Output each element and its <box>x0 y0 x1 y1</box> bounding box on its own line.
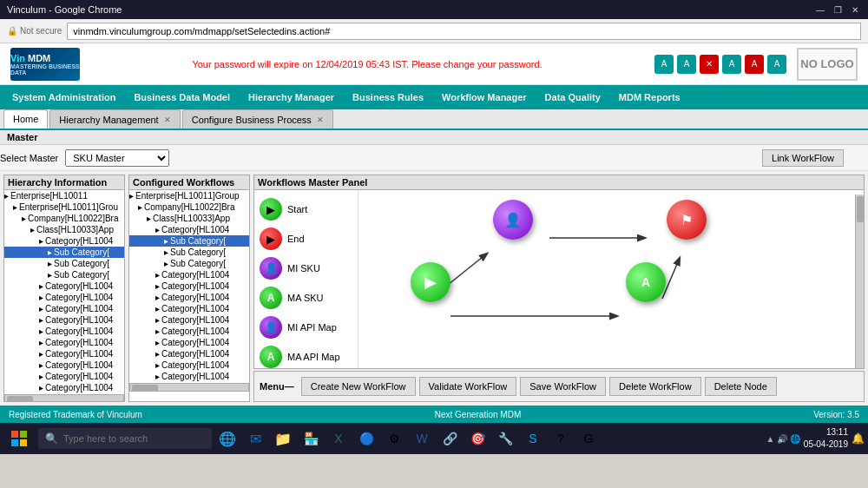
titlebar-controls[interactable]: — ❐ ✕ <box>814 3 861 16</box>
icon-btn-6[interactable]: A <box>767 55 786 74</box>
notification-icon[interactable]: 🔔 <box>852 432 865 445</box>
validate-workflow-btn[interactable]: Validate WorkFlow <box>419 377 517 396</box>
tree-node[interactable]: ▸Sub Category[ <box>129 258 249 269</box>
palette-ma-api[interactable]: A MA API Map <box>254 342 358 368</box>
tree-node[interactable]: ▸Category[HL1004 <box>4 371 124 382</box>
palette-mi-api[interactable]: 👤 MI API Map <box>254 313 358 342</box>
taskbar-chrome-icon[interactable]: 🔵 <box>354 426 378 451</box>
taskbar-excel-icon[interactable]: X <box>326 426 351 451</box>
tree-node[interactable]: ▸Category[HL1004 <box>129 371 249 382</box>
canvas-start-node[interactable]: ▶ <box>411 262 450 302</box>
close-btn[interactable]: ✕ <box>849 3 861 16</box>
canvas-area[interactable]: ▶ 👤 ⚑ A <box>358 175 864 368</box>
tree-node[interactable]: ▸Category[HL1004 <box>129 359 249 371</box>
minimize-btn[interactable]: — <box>814 3 826 16</box>
system-clock[interactable]: 13:11 05-04-2019 <box>804 426 848 451</box>
tree-node[interactable]: ▸Sub Category[ <box>4 258 124 269</box>
icon-btn-1[interactable]: A <box>654 55 674 74</box>
tree-node[interactable]: ▸Category[HL1004 <box>129 314 249 326</box>
tree-node[interactable]: ▸Enterprise[HL10011 <box>4 190 124 201</box>
tree-node[interactable]: ▸Enterprise[HL10011]Group <box>129 190 249 201</box>
taskbar-search-input[interactable] <box>63 433 194 444</box>
icon-btn-5[interactable]: A <box>745 55 764 74</box>
search-icon: 🔍 <box>45 432 58 445</box>
tab-configure-close[interactable]: ✕ <box>317 115 324 124</box>
taskbar-mail-icon[interactable]: ✉ <box>243 426 267 451</box>
taskbar-icon11[interactable]: 🔧 <box>493 426 517 451</box>
windows-start-button[interactable] <box>3 423 35 454</box>
tree-node[interactable]: ▸Class[HL10033]App <box>4 224 124 235</box>
palette-ma-sku-label: MA SKU <box>287 293 324 303</box>
master-select-dropdown[interactable]: SKU Master Product Master Vendor Master <box>65 149 169 167</box>
link-workflow-button[interactable]: Link WorkFlow <box>762 149 844 167</box>
nav-data-quality[interactable]: Data Quality <box>536 89 609 106</box>
tree-node[interactable]: ▸Category[HL1004 <box>129 348 249 359</box>
palette-start-label: Start <box>287 204 307 214</box>
taskbar-store-icon[interactable]: 🏪 <box>299 426 323 451</box>
canvas-user-node[interactable]: 👤 <box>493 200 533 240</box>
tab-home[interactable]: Home <box>3 109 48 129</box>
tab-hierarchy-close[interactable]: ✕ <box>164 115 171 124</box>
palette-ma-sku[interactable]: A MA SKU <box>254 283 358 313</box>
tree-node[interactable]: ▸Category[HL1004 <box>4 303 124 314</box>
tree-node[interactable]: ▸Sub Category[ <box>129 247 249 258</box>
tree-node[interactable]: ▸Category[HL1004 <box>129 337 249 348</box>
icon-btn-4[interactable]: A <box>722 55 741 74</box>
tree-node[interactable]: ▸Category[HL1004 <box>4 314 124 326</box>
canvas-approve-node[interactable]: A <box>626 262 666 302</box>
taskbar-icon14[interactable]: G <box>576 426 601 451</box>
tree-node[interactable]: ▸Category[HL1004 <box>4 235 124 247</box>
tree-node[interactable]: ▸Category[HL1004 <box>129 292 249 303</box>
nav-workflow[interactable]: Workflow Manager <box>433 89 536 106</box>
create-new-workflow-btn[interactable]: Create New WorkFlow <box>301 377 416 396</box>
icon-btn-2[interactable]: A <box>677 55 696 74</box>
tree-node[interactable]: ▸Enterprise[HL10011]Grou <box>4 201 124 213</box>
tree-node[interactable]: ▸Sub Category[ <box>129 235 249 247</box>
tree-node[interactable]: ▸Category[HL1004 <box>129 303 249 314</box>
taskbar-search[interactable]: 🔍 <box>38 428 212 449</box>
taskbar-icon9[interactable]: 🔗 <box>437 426 462 451</box>
tree-node[interactable]: ▸Category[HL1004 <box>4 292 124 303</box>
tab-configure-business-process[interactable]: Configure Business Process ✕ <box>182 109 333 129</box>
icon-btn-3[interactable]: ✕ <box>700 55 719 74</box>
tree-node[interactable]: ▸Company[HL10022]Bra <box>129 201 249 213</box>
tree-node[interactable]: ▸Company[HL10022]Bra <box>4 213 124 224</box>
tab-hierarchy-management[interactable]: Hierarchy Management ✕ <box>49 109 180 129</box>
palette-start[interactable]: ▶ Start <box>254 195 358 224</box>
delete-workflow-btn[interactable]: Delete WorkFlow <box>609 377 701 396</box>
tree-node[interactable]: ▸Category[HL1004 <box>129 269 249 280</box>
tree-node[interactable]: ▸Category[HL1004 <box>4 337 124 348</box>
tree-expand-icon: ▸ <box>155 360 160 370</box>
taskbar-edge-icon[interactable]: 🌐 <box>215 426 240 451</box>
tree-node[interactable]: ▸Category[HL1004 <box>129 224 249 235</box>
taskbar-word-icon[interactable]: W <box>410 426 434 451</box>
address-input[interactable] <box>67 23 861 40</box>
delete-node-btn[interactable]: Delete Node <box>705 377 777 396</box>
tree-node[interactable]: ▸Category[HL1004 <box>129 280 249 292</box>
taskbar-icon13[interactable]: ? <box>549 426 573 451</box>
taskbar-icon10[interactable]: 🎯 <box>465 426 490 451</box>
nav-system-admin[interactable]: System Administration <box>3 89 124 106</box>
tree-node[interactable]: ▸Class[HL10033]App <box>129 213 249 224</box>
canvas-scrollbar-v[interactable] <box>855 195 864 368</box>
tree-node[interactable]: ▸Sub Category[ <box>4 269 124 280</box>
canvas-end-node[interactable]: ⚑ <box>667 200 707 240</box>
nav-business-data[interactable]: Business Data Model <box>125 89 239 106</box>
maximize-btn[interactable]: ❐ <box>832 3 844 16</box>
nav-hierarchy[interactable]: Hierarchy Manager <box>240 89 343 106</box>
tree-node[interactable]: ▸Category[HL1004 <box>4 280 124 292</box>
nav-business-rules[interactable]: Business Rules <box>344 89 432 106</box>
tree-node[interactable]: ▸Category[HL1004 <box>4 348 124 359</box>
nav-mdm-reports[interactable]: MDM Reports <box>610 89 689 106</box>
taskbar-folder-icon[interactable]: 📁 <box>271 426 295 451</box>
taskbar-icon7[interactable]: ⚙ <box>382 426 406 451</box>
palette-end[interactable]: ▶ End <box>254 224 358 254</box>
taskbar-skype-icon[interactable]: S <box>521 426 545 451</box>
tree-node[interactable]: ▸Category[HL1004 <box>4 359 124 371</box>
tree-node[interactable]: ▸Category[HL1004 <box>4 326 124 337</box>
tree-node[interactable]: ▸Category[HL1004 <box>4 382 124 393</box>
palette-mi-sku[interactable]: 👤 MI SKU <box>254 254 358 283</box>
tree-node[interactable]: ▸Sub Category[ <box>4 247 124 258</box>
save-workflow-btn[interactable]: Save WorkFlow <box>520 377 606 396</box>
tree-node[interactable]: ▸Category[HL1004 <box>129 326 249 337</box>
